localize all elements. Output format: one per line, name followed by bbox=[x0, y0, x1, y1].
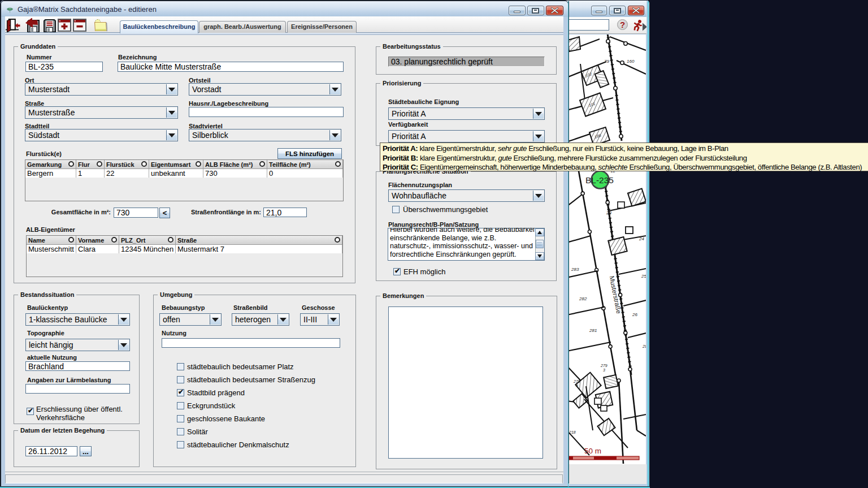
svg-text:279: 279 bbox=[600, 364, 607, 368]
svg-text:278: 278 bbox=[573, 379, 580, 383]
svg-text:4: 4 bbox=[576, 384, 578, 388]
svg-text:28: 28 bbox=[642, 344, 646, 349]
svg-text:3: 3 bbox=[603, 368, 605, 372]
svg-text:282: 282 bbox=[579, 296, 587, 301]
svg-text:281: 281 bbox=[589, 328, 597, 333]
svg-text:23: 23 bbox=[606, 210, 611, 215]
svg-text:160: 160 bbox=[627, 59, 635, 64]
svg-text:26: 26 bbox=[632, 312, 637, 317]
svg-text:283: 283 bbox=[571, 267, 579, 272]
svg-text:24: 24 bbox=[639, 236, 644, 241]
svg-text:79: 79 bbox=[604, 59, 609, 64]
svg-text:25: 25 bbox=[641, 274, 646, 279]
svg-text:50 m: 50 m bbox=[584, 447, 601, 455]
svg-text:BL-235: BL-235 bbox=[585, 175, 614, 185]
